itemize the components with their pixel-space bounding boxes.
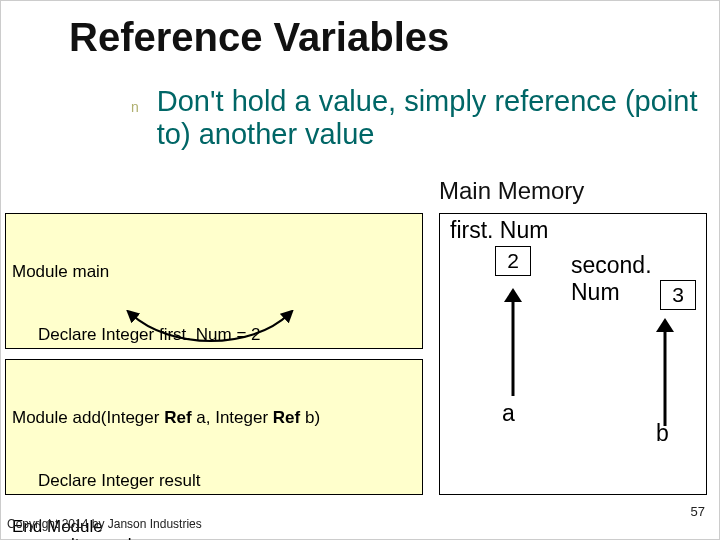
code-line: Module main (12, 261, 416, 282)
memory-diagram: first. Num 2 second. Num 3 a b (439, 213, 707, 495)
double-arc-arrow-icon (121, 310, 296, 344)
code-line: result = a + b (12, 534, 416, 540)
slide-title: Reference Variables (69, 15, 449, 60)
memory-header: Main Memory (439, 177, 584, 205)
copyright-text: Copyright 2014 by Janson Industries (7, 517, 202, 531)
bullet-text: Don't hold a value, simply reference (po… (157, 85, 711, 152)
keyword-ref: Ref (273, 408, 300, 427)
var-label-b: b (656, 420, 669, 447)
pointer-arrow-b-icon (656, 318, 674, 426)
code-block-add: Module add(Integer Ref a, Integer Ref b)… (5, 359, 423, 495)
keyword-ref: Ref (164, 408, 191, 427)
code-line: Declare Integer result (12, 470, 416, 491)
code-line: Module add(Integer Ref a, Integer Ref b) (12, 407, 416, 428)
bullet-marker: n (131, 89, 139, 152)
code-block-main: Module main Declare Integer first. Num =… (5, 213, 423, 349)
var-value-secondnum: 3 (660, 280, 696, 310)
var-value-firstnum: 2 (495, 246, 531, 276)
bullet-item: n Don't hold a value, simply reference (… (131, 85, 711, 152)
var-label-a: a (502, 400, 515, 427)
page-number: 57 (691, 504, 705, 519)
var-label-firstnum: first. Num (450, 217, 548, 244)
slide: Reference Variables n Don't hold a value… (0, 0, 720, 540)
pointer-arrow-a-icon (504, 288, 522, 396)
